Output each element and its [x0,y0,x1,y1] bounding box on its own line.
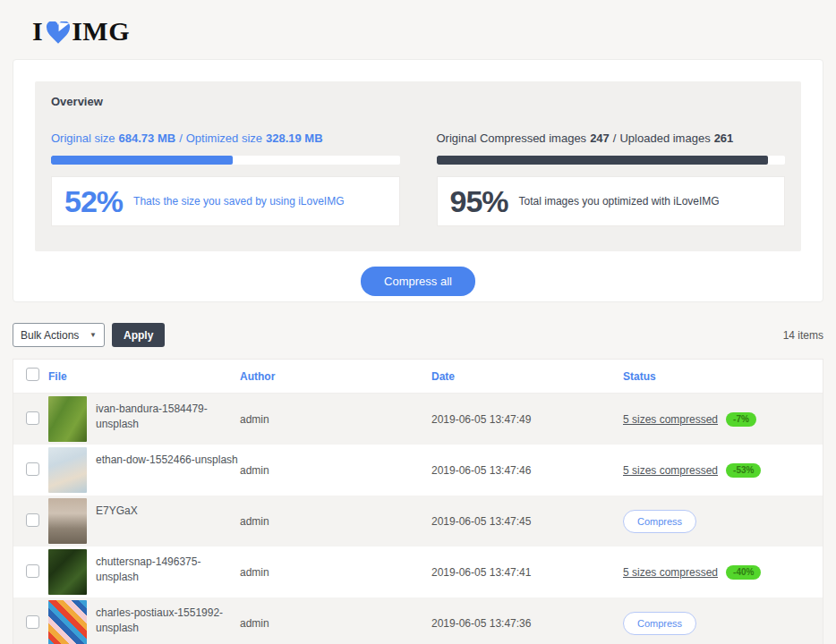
table-row: charles-postiaux-1551992-unsplash admin … [13,597,823,644]
table-row: ethan-dow-1552466-unsplash admin 2019-06… [13,445,823,496]
compression-percent-badge: -40% [726,565,761,580]
date-cell: 2019-06-05 13:47:45 [431,515,623,528]
file-name: charles-postiaux-1551992-unsplash [96,597,239,636]
table-header-row: File Author Date Status [13,360,823,394]
dark-green-foliage-thumbnail [48,549,87,595]
author-cell: admin [240,566,431,579]
row-checkbox[interactable] [26,462,39,476]
column-header-date: Date [431,370,623,383]
size-saved-column: Original size684.73 MB/Optimized size328… [51,131,400,226]
column-header-author: Author [240,370,431,383]
frosty-winter-landscape-thumbnail [48,447,87,493]
file-name: chuttersnap-1496375-unsplash [96,547,239,585]
date-cell: 2019-06-05 13:47:46 [431,464,623,477]
compress-button[interactable]: Compress [623,510,696,533]
logo-text-right: IMG [72,16,130,47]
media-table: File Author Date Status ivan-bandura-158… [13,359,823,644]
row-checkbox[interactable] [26,411,39,425]
sizes-compressed-link[interactable]: 5 sizes compressed [623,566,718,579]
status-cell: 5 sizes compressed-53% [623,463,823,478]
table-row: ivan-bandura-1584479-unsplash admin 2019… [13,394,823,445]
date-cell: 2019-06-05 13:47:49 [431,413,623,426]
overview-title: Overview [51,95,785,108]
file-name: ivan-bandura-1584479-unsplash [96,394,239,432]
author-cell: admin [240,515,431,528]
images-optimized-progress-fill [437,156,768,165]
images-optimized-statbox: 95% Total images you optimized with iLov… [437,176,786,226]
iloveimg-logo: I IMG [32,16,836,47]
file-name: ethan-dow-1552466-unsplash [96,445,238,468]
bulk-actions-selected-value: Bulk Actions [21,329,79,342]
images-optimized-progressbar [437,156,786,165]
size-saved-progressbar [51,156,400,165]
overview-panel: Overview Original size684.73 MB/Optimize… [35,81,801,251]
file-name: E7YGaX [96,496,138,519]
woman-portrait-thumbnail [48,498,87,544]
row-checkbox[interactable] [26,615,39,629]
images-optimized-description: Total images you optimized with iLoveIMG [519,195,720,208]
logo-text-left: I [32,16,43,47]
compression-percent-badge: -7% [726,412,756,427]
chevron-down-icon: ▼ [90,331,97,339]
author-cell: admin [240,464,431,477]
row-checkbox[interactable] [26,513,39,527]
sizes-compressed-link[interactable]: 5 sizes compressed [623,413,718,426]
table-body: ivan-bandura-1584479-unsplash admin 2019… [13,394,823,644]
images-optimized-label: Original Compressed images247/Uploaded i… [437,131,786,145]
column-header-status: Status [623,370,823,383]
date-cell: 2019-06-05 13:47:41 [431,566,623,579]
size-saved-description: Thats the size you saved by using iLoveI… [133,195,344,208]
overview-card: Overview Original size684.73 MB/Optimize… [13,59,823,302]
items-count: 14 items [783,329,823,342]
author-cell: admin [240,413,431,426]
status-cell: 5 sizes compressed-7% [623,412,823,427]
status-cell: Compress [623,510,823,533]
status-cell: 5 sizes compressed-40% [623,565,823,580]
select-all-checkbox[interactable] [26,368,39,381]
apply-button[interactable]: Apply [112,323,165,347]
green-aerial-landscape-thumbnail [48,396,87,442]
images-optimized-percent: 95% [450,184,508,219]
status-cell: Compress [623,612,823,635]
images-optimized-column: Original Compressed images247/Uploaded i… [437,131,786,226]
table-row: chuttersnap-1496375-unsplash admin 2019-… [13,547,823,597]
size-saved-progress-fill [51,156,233,165]
author-cell: admin [240,617,431,630]
compress-all-button[interactable]: Compress all [361,267,475,296]
table-row: E7YGaX admin 2019-06-05 13:47:45 Compres… [13,496,823,547]
bulk-actions-toolbar: Bulk Actions ▼ Apply 14 items [13,323,823,347]
compression-percent-badge: -53% [726,463,761,478]
bulk-actions-select[interactable]: Bulk Actions ▼ [13,323,105,347]
colorful-diagonal-stripes-thumbnail [48,600,87,644]
date-cell: 2019-06-05 13:47:36 [431,617,623,630]
size-saved-statbox: 52% Thats the size you saved by using iL… [51,176,400,226]
size-saved-label: Original size684.73 MB/Optimized size328… [51,131,400,145]
compress-button[interactable]: Compress [623,612,696,635]
sizes-compressed-link[interactable]: 5 sizes compressed [623,464,718,477]
size-saved-percent: 52% [64,184,123,219]
top-header: I IMG [0,0,836,52]
row-checkbox[interactable] [26,564,39,578]
heart-photo-icon [46,21,71,44]
column-header-file: File [48,370,240,383]
